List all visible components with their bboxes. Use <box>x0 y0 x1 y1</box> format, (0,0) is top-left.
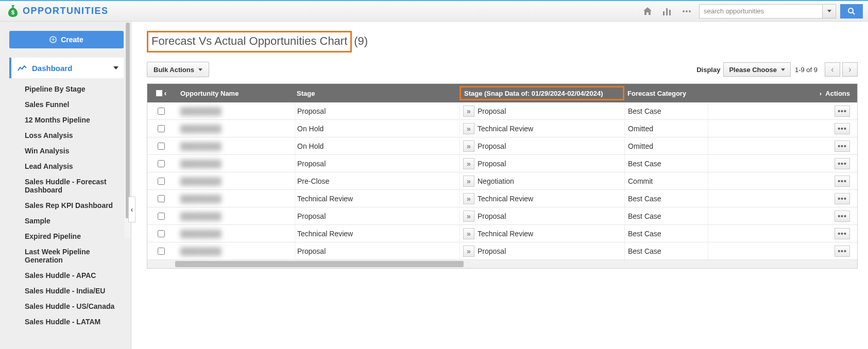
row-checkbox[interactable] <box>158 160 165 167</box>
cell-opportunity-name[interactable]: ████████ <box>175 142 295 150</box>
topbar-brand: $ OPPORTUNITIES <box>7 5 109 18</box>
row-actions-button[interactable]: ••• <box>835 176 850 187</box>
search-group: search opportunities <box>699 4 863 19</box>
bulk-actions-button[interactable]: Bulk Actions <box>147 62 209 77</box>
search-dropdown[interactable] <box>823 4 836 19</box>
row-actions-button[interactable]: ••• <box>835 193 850 204</box>
display-choose-dropdown[interactable]: Please Choose <box>723 62 791 77</box>
cell-opportunity-name[interactable]: ████████ <box>175 160 295 168</box>
row-checkbox-cell <box>147 230 175 237</box>
chevron-down-icon <box>781 68 785 71</box>
cell-opportunity-name[interactable]: ████████ <box>175 230 295 238</box>
header-opportunity-name[interactable]: Opportunity Name <box>175 90 295 97</box>
row-checkbox[interactable] <box>158 213 165 220</box>
header-actions[interactable]: › Actions <box>708 90 857 97</box>
row-checkbox[interactable] <box>158 230 165 237</box>
search-input[interactable]: search opportunities <box>699 4 823 19</box>
row-actions-button[interactable]: ••• <box>835 228 850 239</box>
cell-forecast-category: Best Case <box>624 155 708 172</box>
row-checkbox[interactable] <box>158 195 165 202</box>
sidebar-item-sample[interactable]: Sample <box>20 213 124 229</box>
sidebar-item-sales-rep-kpi[interactable]: Sales Rep KPI Dashboard <box>20 198 124 213</box>
more-icon[interactable] <box>682 6 692 16</box>
main-content: Forecast Vs Actual Opportunities Chart (… <box>131 22 868 349</box>
plus-circle-icon: + <box>49 36 57 43</box>
double-chevron-right-icon[interactable]: » <box>463 158 474 169</box>
pager-next-button[interactable]: › <box>842 62 858 77</box>
row-actions-button[interactable]: ••• <box>835 141 850 152</box>
header-checkbox-cell[interactable]: ‹ <box>147 89 175 97</box>
sidebar-item-pipeline-by-stage[interactable]: Pipeline By Stage <box>20 81 124 97</box>
sidebar-item-sales-funnel[interactable]: Sales Funnel <box>20 97 124 112</box>
cell-stage-snap-value: Negotiation <box>478 177 514 185</box>
cell-opportunity-name[interactable]: ████████ <box>175 177 295 185</box>
sidebar-item-lead-analysis[interactable]: Lead Analysis <box>20 159 124 174</box>
cell-opportunity-name[interactable]: ████████ <box>175 195 295 203</box>
grid-header: ‹ Opportunity Name Stage Stage (Snap Dat… <box>147 84 857 102</box>
cell-stage: Proposal <box>295 155 459 172</box>
header-forecast-category[interactable]: Forecast Category <box>624 90 708 97</box>
grid-horizontal-scrollbar[interactable] <box>147 260 857 268</box>
cell-stage-snap: »Proposal <box>459 155 624 172</box>
table-row: ████████Proposal»ProposalBest Case••• <box>147 207 857 225</box>
row-checkbox-cell <box>147 195 175 202</box>
row-checkbox[interactable] <box>158 178 165 185</box>
header-stage[interactable]: Stage <box>295 90 459 97</box>
sidebar-collapse-handle[interactable]: ‹ <box>128 197 135 222</box>
bar-chart-icon[interactable] <box>662 6 672 16</box>
chevron-right-icon: › <box>820 90 822 97</box>
cell-forecast-category: Best Case <box>624 102 708 119</box>
svg-rect-3 <box>669 10 671 15</box>
sidebar-item-sales-huddle-us-canada[interactable]: Sales Huddle - US/Canada <box>20 299 124 314</box>
search-placeholder: search opportunities <box>704 7 764 15</box>
topbar: $ OPPORTUNITIES search opportunities <box>0 0 868 22</box>
create-button[interactable]: + Create <box>9 31 124 48</box>
double-chevron-right-icon[interactable]: » <box>463 141 474 152</box>
sidebar-item-loss-analysis[interactable]: Loss Analysis <box>20 128 124 143</box>
sidebar-nav-list: Pipeline By Stage Sales Funnel 12 Months… <box>9 81 124 329</box>
home-icon[interactable] <box>642 6 653 16</box>
sidebar-item-win-analysis[interactable]: Win Analysis <box>20 143 124 159</box>
cell-forecast-category: Best Case <box>624 242 708 259</box>
double-chevron-right-icon[interactable]: » <box>463 106 474 117</box>
double-chevron-right-icon[interactable]: » <box>463 123 474 134</box>
sidebar-item-12-months-pipeline[interactable]: 12 Months Pipeline <box>20 112 124 128</box>
cell-actions: ••• <box>708 102 857 119</box>
header-snap-wrap: Stage (Snap Data of: 01/29/2024-02/04/20… <box>459 86 624 100</box>
sidebar-item-sales-huddle-forecast[interactable]: Sales Huddle - Forecast Dashboard <box>20 174 124 198</box>
double-chevron-right-icon[interactable]: » <box>463 246 474 257</box>
row-checkbox[interactable] <box>158 125 165 132</box>
app-title: OPPORTUNITIES <box>23 6 109 16</box>
row-checkbox[interactable] <box>158 108 165 115</box>
cell-stage-snap-value: Proposal <box>478 160 506 168</box>
double-chevron-right-icon[interactable]: » <box>463 193 474 204</box>
row-checkbox-cell <box>147 160 175 167</box>
sidebar-item-last-week-pipeline[interactable]: Last Week Pipeline Generation <box>20 244 124 268</box>
header-stage-snap[interactable]: Stage (Snap Data of: 01/29/2024-02/04/20… <box>459 86 624 100</box>
row-checkbox[interactable] <box>158 143 165 150</box>
cell-opportunity-name[interactable]: ████████ <box>175 107 295 115</box>
sidebar-item-sales-huddle-india-eu[interactable]: Sales Huddle - India/EU <box>20 283 124 299</box>
sidebar-item-sales-huddle-apac[interactable]: Sales Huddle - APAC <box>20 268 124 283</box>
cell-opportunity-name[interactable]: ████████ <box>175 247 295 255</box>
pager-prev-button[interactable]: ‹ <box>825 62 840 77</box>
sidebar-item-expired-pipeline[interactable]: Expired Pipeline <box>20 229 124 244</box>
cell-opportunity-name[interactable]: ████████ <box>175 212 295 220</box>
cell-opportunity-name[interactable]: ████████ <box>175 125 295 133</box>
sidebar-parent-dashboard[interactable]: Dashboard <box>9 58 124 78</box>
double-chevron-right-icon[interactable]: » <box>463 228 474 239</box>
row-checkbox[interactable] <box>158 248 165 255</box>
row-actions-button[interactable]: ••• <box>835 246 850 257</box>
chevron-down-icon <box>827 10 831 12</box>
double-chevron-right-icon[interactable]: » <box>463 211 474 222</box>
row-actions-button[interactable]: ••• <box>835 211 850 222</box>
toolbar: Bulk Actions Display Please Choose 1-9 o… <box>147 62 868 77</box>
cell-stage-snap-value: Proposal <box>478 212 506 220</box>
display-choose-label: Please Choose <box>729 66 777 74</box>
search-button[interactable] <box>840 4 863 19</box>
row-actions-button[interactable]: ••• <box>835 106 850 117</box>
double-chevron-right-icon[interactable]: » <box>463 176 474 187</box>
sidebar-item-sales-huddle-latam[interactable]: Sales Huddle - LATAM <box>20 314 124 329</box>
row-actions-button[interactable]: ••• <box>835 158 850 169</box>
row-actions-button[interactable]: ••• <box>835 123 850 134</box>
